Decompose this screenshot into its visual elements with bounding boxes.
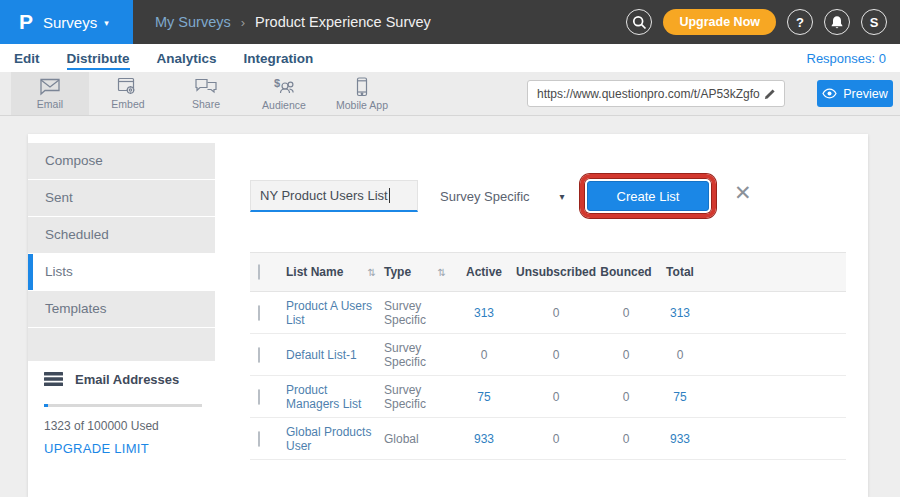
edit-pencil-icon[interactable] <box>764 87 777 100</box>
sidebar-filler <box>28 328 215 361</box>
list-name-value: NY Product Users List <box>260 188 388 203</box>
tab-edit[interactable]: Edit <box>14 51 40 66</box>
column-type[interactable]: Type ⇅ <box>384 265 454 279</box>
usage-text: 1323 of 100000 Used <box>44 419 204 433</box>
breadcrumb-current: Product Experience Survey <box>255 14 431 30</box>
column-active: Active <box>454 265 514 279</box>
channel-embed[interactable]: Embed <box>89 72 167 115</box>
product-menu[interactable]: P Surveys ▾ <box>0 0 133 44</box>
unsubscribed-count: 0 <box>514 348 598 362</box>
create-list-button[interactable]: Create List <box>587 181 709 211</box>
table-row: Product Managers List Survey Specific 75… <box>250 376 846 418</box>
preview-label: Preview <box>843 87 887 101</box>
text-cursor <box>389 188 390 203</box>
breadcrumb-parent[interactable]: My Surveys <box>155 14 231 30</box>
sort-icon[interactable]: ⇅ <box>368 267 376 278</box>
upgrade-limit-link[interactable]: UPGRADE LIMIT <box>44 441 204 456</box>
row-checkbox[interactable] <box>258 347 260 363</box>
survey-tabbar: Edit Distribute Analytics Integration Re… <box>0 44 900 72</box>
list-name-link[interactable]: Global Products User <box>286 425 384 453</box>
list-name-input[interactable]: NY Product Users List <box>250 180 418 212</box>
list-name-link[interactable]: Product A Users List <box>286 299 384 327</box>
questionpro-logo-icon: P <box>19 10 33 34</box>
channel-label: Embed <box>111 98 144 110</box>
survey-url-text: https://www.questionpro.com/t/AP53kZgfo <box>537 87 764 101</box>
sort-icon[interactable]: ⇅ <box>438 267 446 278</box>
page-body: Compose Sent Scheduled Lists Templates E… <box>0 116 900 497</box>
select-all-checkbox[interactable] <box>258 264 260 280</box>
list-type: Survey Specific <box>384 341 454 369</box>
bounced-count: 0 <box>598 348 654 362</box>
bounced-count: 0 <box>598 306 654 320</box>
active-count[interactable]: 933 <box>454 432 514 446</box>
header-actions: Upgrade Now ? S <box>626 9 887 35</box>
survey-url-field[interactable]: https://www.questionpro.com/t/AP53kZgfo <box>527 80 785 107</box>
email-icon <box>38 77 62 96</box>
close-icon[interactable]: ✕ <box>734 182 752 203</box>
column-list-name[interactable]: List Name ⇅ <box>286 265 384 279</box>
lists-table: List Name ⇅ Type ⇅ Active Unsubscribed B… <box>250 252 846 460</box>
help-button[interactable]: ? <box>787 9 813 35</box>
list-type-value: Survey Specific <box>440 189 530 204</box>
table-header: List Name ⇅ Type ⇅ Active Unsubscribed B… <box>250 252 846 292</box>
channel-share[interactable]: Share <box>167 72 245 115</box>
email-addresses-title: Email Addresses <box>75 372 179 387</box>
list-name-link[interactable]: Default List-1 <box>286 348 384 362</box>
product-menu-label: Surveys <box>43 14 97 31</box>
bounced-count: 0 <box>598 432 654 446</box>
eye-icon <box>822 88 837 99</box>
tab-analytics[interactable]: Analytics <box>157 51 217 66</box>
table-row: Default List-1 Survey Specific 0 0 0 0 <box>250 334 846 376</box>
email-addresses-header: Email Addresses <box>44 372 204 387</box>
unsubscribed-count: 0 <box>514 306 598 320</box>
total-count: 0 <box>654 348 706 362</box>
annotation-highlight: Create List <box>580 174 716 218</box>
channel-label: Email <box>37 98 63 110</box>
distribute-toolbar: Email Embed Share $ <box>0 72 900 116</box>
column-bounced: Bounced <box>598 265 654 279</box>
avatar[interactable]: S <box>861 9 887 35</box>
unsubscribed-count: 0 <box>514 432 598 446</box>
list-type-dropdown[interactable]: Survey Specific ▾ <box>440 180 565 212</box>
column-total: Total <box>654 265 706 279</box>
channel-mobile-app[interactable]: Mobile App <box>323 72 401 115</box>
row-checkbox[interactable] <box>258 431 260 447</box>
list-type: Survey Specific <box>384 383 454 411</box>
usage-progress-fill <box>44 404 48 407</box>
responses-count[interactable]: Responses: 0 <box>807 51 887 66</box>
preview-button[interactable]: Preview <box>817 80 893 107</box>
total-count[interactable]: 933 <box>654 432 706 446</box>
channel-email[interactable]: Email <box>11 72 89 115</box>
search-button[interactable] <box>626 9 652 35</box>
chevron-down-icon: ▾ <box>560 191 565 202</box>
chevron-down-icon: ▾ <box>104 16 109 28</box>
list-type: Global <box>384 432 454 446</box>
sidebar-item-lists[interactable]: Lists <box>28 254 215 290</box>
usage-progress-bar <box>44 404 202 407</box>
active-count[interactable]: 313 <box>454 306 514 320</box>
bounced-count: 0 <box>598 390 654 404</box>
list-name-link[interactable]: Product Managers List <box>286 383 384 411</box>
sidebar-item-sent[interactable]: Sent <box>28 180 215 216</box>
total-count[interactable]: 75 <box>654 390 706 404</box>
active-count: 0 <box>454 348 514 362</box>
table-row: Product A Users List Survey Specific 313… <box>250 292 846 334</box>
total-count[interactable]: 313 <box>654 306 706 320</box>
notifications-button[interactable] <box>824 9 850 35</box>
email-addresses-section: Email Addresses 1323 of 100000 Used UPGR… <box>44 372 204 456</box>
audience-icon: $ <box>272 77 296 97</box>
channel-audience[interactable]: $ Audience <box>245 72 323 115</box>
upgrade-now-button[interactable]: Upgrade Now <box>663 9 776 35</box>
sidebar-item-scheduled[interactable]: Scheduled <box>28 217 215 253</box>
sidebar-item-templates[interactable]: Templates <box>28 291 215 327</box>
sidebar-item-compose[interactable]: Compose <box>28 143 215 179</box>
row-checkbox[interactable] <box>258 389 260 405</box>
embed-icon <box>117 77 139 96</box>
share-icon <box>194 77 218 96</box>
lists-panel: Compose Sent Scheduled Lists Templates E… <box>28 134 868 497</box>
list-type: Survey Specific <box>384 299 454 327</box>
tab-distribute[interactable]: Distribute <box>67 51 130 66</box>
row-checkbox[interactable] <box>258 305 260 321</box>
tab-integration[interactable]: Integration <box>244 51 314 66</box>
active-count[interactable]: 75 <box>454 390 514 404</box>
